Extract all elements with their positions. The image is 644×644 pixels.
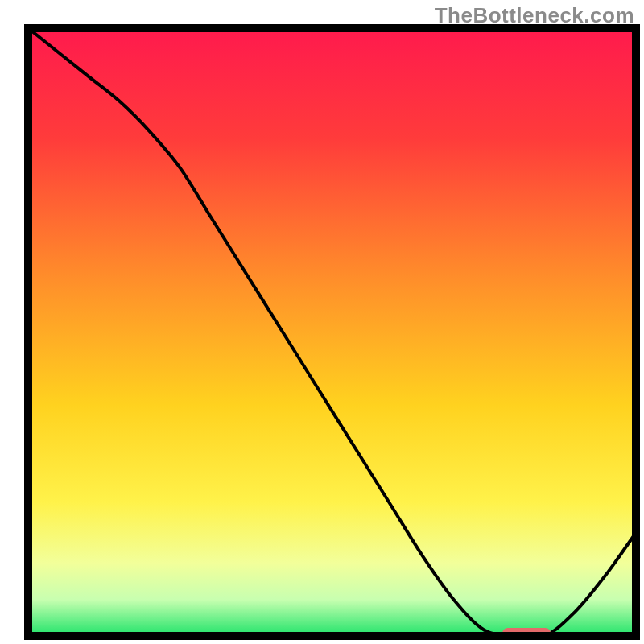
gradient-background xyxy=(28,28,636,636)
watermark-text: TheBottleneck.com xyxy=(435,3,634,28)
chart-stage: TheBottleneck.com xyxy=(0,0,644,644)
bottleneck-chart xyxy=(0,0,644,644)
plot-area xyxy=(28,28,636,639)
